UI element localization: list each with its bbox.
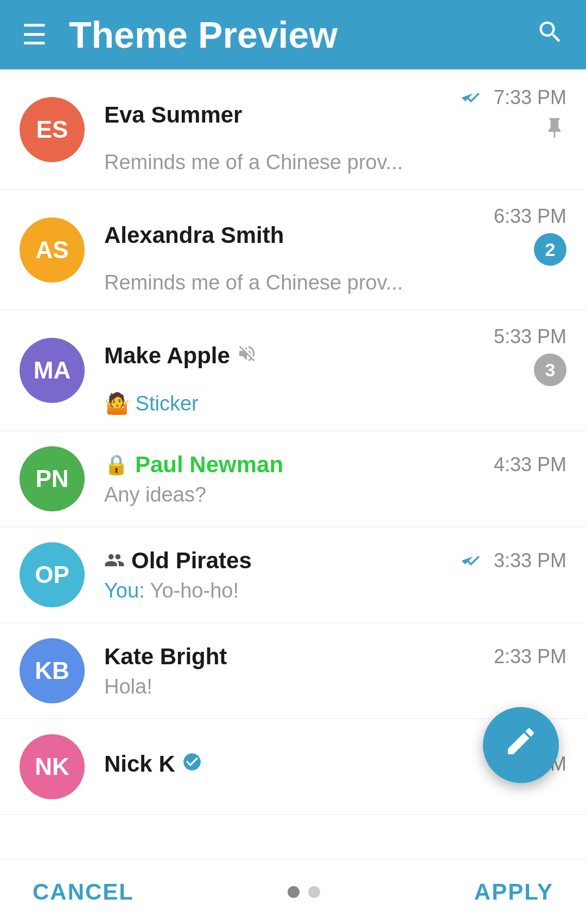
- chat-time-paul-newman: 4:33 PM: [494, 453, 566, 476]
- app-header: ☰ Theme Preview: [0, 0, 586, 69]
- time-area-make-apple: 5:33 PM3: [494, 325, 566, 386]
- chat-name-paul-newman: 🔒Paul Newman: [104, 452, 283, 478]
- chat-top-row-eva-summer: Eva Summer7:33 PM: [104, 85, 566, 145]
- chat-top-row-make-apple: Make Apple5:33 PM3: [104, 325, 566, 386]
- chat-content-kate-bright: Kate Bright2:33 PMHola!: [104, 644, 566, 698]
- chat-item-kate-bright[interactable]: KBKate Bright2:33 PMHola!: [0, 623, 586, 719]
- avatar-alexandra-smith: AS: [20, 217, 85, 283]
- time-area-eva-summer: 7:33 PM: [460, 85, 566, 145]
- name-text-nick-k: Nick K: [104, 751, 175, 777]
- bottom-bar: CANCEL APPLY: [0, 859, 586, 924]
- dot-1: [288, 886, 300, 898]
- time-area-alexandra-smith: 6:33 PM2: [494, 205, 566, 266]
- compose-icon: [504, 724, 538, 767]
- chat-top-row-kate-bright: Kate Bright2:33 PM: [104, 644, 566, 670]
- lock-icon: 🔒: [104, 453, 129, 476]
- chat-preview-paul-newman: Any ideas?: [104, 483, 419, 506]
- avatar-paul-newman: PN: [20, 446, 85, 511]
- chat-content-alexandra-smith: Alexandra Smith6:33 PM2Reminds me of a C…: [104, 205, 566, 294]
- name-text-kate-bright: Kate Bright: [104, 644, 227, 670]
- chat-name-alexandra-smith: Alexandra Smith: [104, 222, 284, 248]
- pagination-dots: [288, 886, 320, 898]
- chat-content-old-pirates: Old Pirates3:33 PMYou: Yo-ho-ho!: [104, 548, 566, 602]
- cancel-button[interactable]: CANCEL: [33, 879, 134, 905]
- compose-fab[interactable]: [483, 707, 559, 783]
- chat-name-make-apple: Make Apple: [104, 343, 257, 369]
- you-label: You:: [104, 579, 150, 602]
- group-icon: [104, 549, 125, 572]
- chat-preview-alexandra-smith: Reminds me of a Chinese prov...: [104, 271, 419, 294]
- chat-time-kate-bright: 2:33 PM: [494, 645, 566, 668]
- verified-icon: [182, 752, 202, 777]
- name-text-paul-newman: Paul Newman: [135, 452, 283, 478]
- time-area-paul-newman: 4:33 PM: [494, 453, 566, 476]
- read-check-icon: [460, 548, 486, 574]
- mute-icon: [237, 343, 257, 369]
- chat-content-eva-summer: Eva Summer7:33 PMReminds me of a Chinese…: [104, 85, 566, 174]
- chat-top-row-alexandra-smith: Alexandra Smith6:33 PM2: [104, 205, 566, 266]
- chat-item-paul-newman[interactable]: PN🔒Paul Newman4:33 PMAny ideas?: [0, 431, 586, 527]
- apply-button[interactable]: APPLY: [474, 879, 553, 905]
- badge-alexandra-smith: 2: [534, 233, 566, 266]
- chat-time-make-apple: 5:33 PM: [494, 325, 566, 348]
- avatar-old-pirates: OP: [20, 542, 85, 607]
- chat-content-make-apple: Make Apple5:33 PM3🤷 Sticker: [104, 325, 566, 415]
- read-check-icon: [460, 85, 486, 111]
- avatar-eva-summer: ES: [20, 97, 85, 162]
- chat-top-row-old-pirates: Old Pirates3:33 PM: [104, 548, 566, 574]
- avatar-make-apple: MA: [20, 338, 85, 403]
- chat-time-old-pirates: 3:33 PM: [494, 549, 566, 572]
- pin-icon: [543, 116, 566, 145]
- name-text-eva-summer: Eva Summer: [104, 102, 242, 128]
- chat-preview-kate-bright: Hola!: [104, 675, 419, 698]
- chat-preview-old-pirates: You: Yo-ho-ho!: [104, 579, 419, 602]
- chat-top-row-paul-newman: 🔒Paul Newman4:33 PM: [104, 452, 566, 478]
- chat-name-kate-bright: Kate Bright: [104, 644, 227, 670]
- chat-item-eva-summer[interactable]: ESEva Summer7:33 PMReminds me of a Chine…: [0, 69, 586, 190]
- menu-icon[interactable]: ☰: [22, 21, 47, 49]
- name-text-old-pirates: Old Pirates: [131, 548, 252, 574]
- page-title: Theme Preview: [69, 14, 536, 56]
- chat-name-old-pirates: Old Pirates: [104, 548, 252, 574]
- chat-name-eva-summer: Eva Summer: [104, 102, 242, 128]
- time-area-old-pirates: 3:33 PM: [460, 548, 566, 574]
- name-text-alexandra-smith: Alexandra Smith: [104, 222, 284, 248]
- chat-time-eva-summer: 7:33 PM: [494, 86, 566, 109]
- sticker-label: Sticker: [136, 392, 199, 415]
- time-area-kate-bright: 2:33 PM: [494, 645, 566, 668]
- dot-2: [308, 886, 320, 898]
- badge-make-apple: 3: [534, 354, 566, 386]
- chat-time-alexandra-smith: 6:33 PM: [494, 205, 566, 228]
- main-content: ESEva Summer7:33 PMReminds me of a Chine…: [0, 69, 586, 859]
- chat-item-alexandra-smith[interactable]: ASAlexandra Smith6:33 PM2Reminds me of a…: [0, 190, 586, 310]
- chat-preview-make-apple: 🤷 Sticker: [104, 392, 419, 415]
- avatar-nick-k: NK: [20, 734, 85, 799]
- chat-item-old-pirates[interactable]: OPOld Pirates3:33 PMYou: Yo-ho-ho!: [0, 527, 586, 623]
- chat-name-nick-k: Nick K: [104, 751, 202, 777]
- chat-item-make-apple[interactable]: MAMake Apple5:33 PM3🤷 Sticker: [0, 310, 586, 431]
- search-icon[interactable]: [536, 17, 564, 53]
- chat-content-paul-newman: 🔒Paul Newman4:33 PMAny ideas?: [104, 452, 566, 506]
- name-text-make-apple: Make Apple: [104, 343, 230, 369]
- avatar-kate-bright: KB: [20, 638, 85, 703]
- chat-preview-eva-summer: Reminds me of a Chinese prov...: [104, 151, 419, 174]
